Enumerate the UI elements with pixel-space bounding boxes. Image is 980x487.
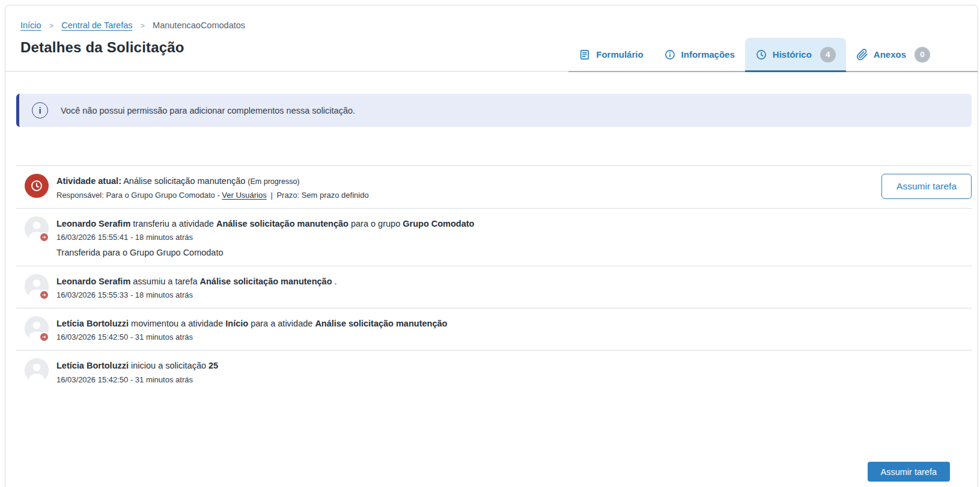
breadcrumb-link-central-de-tarefas[interactable]: Central de Tarefas xyxy=(61,20,132,30)
history-row: Leonardo Serafim assumiu a tarefa Anális… xyxy=(16,266,972,308)
tab-informacoes[interactable]: Informações xyxy=(654,38,745,71)
breadcrumb-separator-icon: > xyxy=(49,21,54,30)
breadcrumb-current: ManutencaoComodatos xyxy=(153,20,245,30)
tab-label: Informações xyxy=(681,49,735,60)
history-row: Letícia Bortoluzzi movimentou a atividad… xyxy=(16,308,972,350)
history-row-timestamp: 16/03/2026 15:55:33 - 18 minutos atrás xyxy=(56,290,972,299)
history-row-text: Letícia Bortoluzzi iniciou a solicitação… xyxy=(56,358,972,372)
responsible-text: Para o Grupo Grupo Comodato - xyxy=(106,191,219,200)
history-row-timestamp: 16/03/2026 15:42:50 - 31 minutos atrás xyxy=(56,375,972,384)
user-avatar-icon xyxy=(25,358,49,382)
history-row-text: Leonardo Serafim transferiu a atividade … xyxy=(56,216,972,230)
current-activity-meta: Responsável: Para o Grupo Grupo Comodato… xyxy=(56,191,881,200)
history-row: Letícia Bortoluzzi iniciou a solicitação… xyxy=(16,350,972,392)
current-activity-status: (Em progresso) xyxy=(248,177,299,186)
breadcrumb-separator-icon: > xyxy=(140,21,145,30)
permission-banner: i Você não possui permissão para adicion… xyxy=(16,94,972,127)
tab-historico[interactable]: Histórico 4 xyxy=(745,38,846,71)
request-details-card: Início > Central de Tarefas > Manutencao… xyxy=(5,5,978,487)
assume-task-button-filled[interactable]: Assumir tarefa xyxy=(868,462,950,482)
info-icon xyxy=(664,49,676,61)
tab-badge-historico: 4 xyxy=(820,47,836,63)
responsible-label: Responsável: xyxy=(56,191,104,200)
transfer-arrow-icon xyxy=(39,232,49,242)
transfer-arrow-icon xyxy=(39,332,49,342)
history-row: Leonardo Serafim transferiu a atividade … xyxy=(16,208,972,266)
tab-formulario[interactable]: Formulário xyxy=(568,38,653,71)
tab-badge-anexos: 0 xyxy=(915,47,930,63)
deadline-label: Prazo: xyxy=(276,191,299,200)
current-activity-clock-icon xyxy=(25,174,49,198)
history-row-text: Leonardo Serafim assumiu a tarefa Anális… xyxy=(56,274,972,287)
assume-task-button-outline[interactable]: Assumir tarefa xyxy=(881,174,972,199)
tab-label: Formulário xyxy=(596,49,643,60)
tab-anexos[interactable]: Anexos 0 xyxy=(846,38,940,71)
current-activity-title: Atividade atual: Análise solicitação man… xyxy=(56,174,881,188)
history-row-timestamp: 16/03/2026 15:55:41 - 18 minutos atrás xyxy=(56,233,972,242)
tab-bar: Formulário Informações Histórico 4 Anex xyxy=(568,38,978,72)
form-icon xyxy=(579,49,591,61)
page-header: Início > Central de Tarefas > Manutencao… xyxy=(5,5,978,72)
history-timeline: Atividade atual: Análise solicitação man… xyxy=(16,165,972,393)
current-activity-label: Atividade atual: xyxy=(56,176,121,186)
current-activity-row: Atividade atual: Análise solicitação man… xyxy=(16,165,972,208)
history-row-text: Letícia Bortoluzzi movimentou a atividad… xyxy=(56,316,972,329)
clock-icon xyxy=(755,49,767,61)
meta-separator: | xyxy=(270,191,272,200)
history-list: Leonardo Serafim transferiu a atividade … xyxy=(16,208,972,393)
breadcrumb: Início > Central de Tarefas > Manutencao… xyxy=(20,5,978,30)
tab-label: Anexos xyxy=(874,49,906,60)
breadcrumb-link-inicio[interactable]: Início xyxy=(20,20,41,30)
paperclip-icon xyxy=(856,49,868,61)
history-row-timestamp: 16/03/2026 15:42:50 - 31 minutos atrás xyxy=(56,332,972,342)
current-activity-name: Análise solicitação manutenção xyxy=(123,176,245,186)
permission-banner-text: Você não possui permissão para adicionar… xyxy=(61,106,355,115)
tab-label: Histórico xyxy=(773,49,812,60)
deadline-text: Sem prazo definido xyxy=(302,191,369,200)
transfer-arrow-icon xyxy=(39,290,49,300)
history-row-note: Transferida para o Grupo Grupo Comodato xyxy=(56,248,972,257)
ver-usuarios-link[interactable]: Ver Usuários xyxy=(222,191,266,200)
info-circle-icon: i xyxy=(32,102,48,118)
